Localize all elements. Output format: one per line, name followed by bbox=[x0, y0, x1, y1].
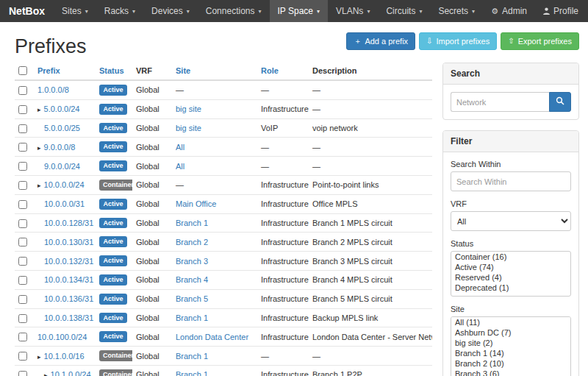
vrf-cell: Global bbox=[132, 194, 172, 213]
prefix-link[interactable]: 5.0.0.0/24 bbox=[44, 104, 80, 113]
filter-option[interactable]: All (11) bbox=[451, 317, 570, 327]
table-header-row: Prefix Status VRF Site Role Description bbox=[15, 61, 432, 80]
row-checkbox[interactable] bbox=[18, 276, 27, 285]
site-link[interactable]: London Data Center bbox=[176, 333, 248, 341]
prefix-link[interactable]: 10.1.0.0/24 bbox=[51, 370, 91, 376]
prefix-link[interactable]: 9.0.0.0/8 bbox=[44, 143, 76, 152]
prefix-link[interactable]: 10.0.0.134/31 bbox=[44, 275, 93, 284]
column-header-site[interactable]: Site bbox=[176, 66, 190, 75]
prefix-link[interactable]: 10.0.0.132/31 bbox=[44, 257, 93, 266]
row-checkbox[interactable] bbox=[18, 295, 27, 304]
column-header-role[interactable]: Role bbox=[261, 66, 279, 75]
nav-item-sites[interactable]: Sites bbox=[54, 0, 96, 22]
prefix-link[interactable]: 10.0.0.138/31 bbox=[44, 313, 93, 322]
site-link[interactable]: Main Office bbox=[176, 199, 216, 208]
select-all-checkbox[interactable] bbox=[18, 66, 27, 75]
site-link[interactable]: big site bbox=[176, 104, 201, 113]
export-prefixes-button[interactable]: ⇧ Export prefixes bbox=[501, 32, 579, 50]
table-row: 10.0.0.132/31ActiveGlobalBranch 3Infrast… bbox=[15, 252, 432, 271]
vrf-select[interactable]: All bbox=[451, 211, 571, 231]
row-checkbox[interactable] bbox=[18, 124, 27, 133]
prefix-link[interactable]: 5.0.0.0/25 bbox=[44, 124, 80, 132]
filter-option[interactable]: Deprecated (1) bbox=[451, 283, 570, 293]
row-checkbox[interactable] bbox=[18, 200, 27, 209]
prefix-link[interactable]: 10.0.0.128/31 bbox=[44, 219, 93, 227]
site-cell: Branch 2 bbox=[172, 233, 257, 252]
nav-item-circuits[interactable]: Circuits bbox=[378, 0, 430, 22]
site-link[interactable]: All bbox=[176, 143, 184, 152]
user-icon bbox=[543, 7, 550, 15]
prefix-link[interactable]: 10.0.100.0/24 bbox=[37, 333, 87, 341]
row-checkbox[interactable] bbox=[18, 238, 27, 246]
site-link[interactable]: Branch 1 bbox=[176, 313, 208, 322]
expand-arrow-icon[interactable]: ▸ bbox=[37, 353, 41, 361]
filter-option[interactable]: Container (16) bbox=[451, 252, 570, 262]
search-within-input[interactable] bbox=[451, 171, 571, 191]
import-prefixes-button[interactable]: ⇩ Import prefixes bbox=[419, 32, 497, 50]
site-link[interactable]: Branch 5 bbox=[176, 294, 208, 303]
row-checkbox[interactable] bbox=[18, 162, 27, 171]
site-link[interactable]: Branch 2 bbox=[176, 238, 208, 246]
site-link[interactable]: Branch 1 bbox=[176, 219, 208, 227]
row-checkbox[interactable] bbox=[18, 257, 27, 266]
filter-option[interactable]: big site (2) bbox=[451, 338, 570, 348]
nav-item-admin[interactable]: ⚙ Admin bbox=[483, 0, 535, 22]
table-row: 10.0.0.134/31ActiveGlobalBranch 4Infrast… bbox=[15, 271, 432, 290]
vrf-cell: Global bbox=[132, 118, 172, 138]
expand-arrow-icon[interactable]: ▸ bbox=[44, 372, 48, 376]
filter-option[interactable]: Active (74) bbox=[451, 262, 570, 272]
prefix-link[interactable]: 9.0.0.0/24 bbox=[44, 162, 80, 171]
filter-option[interactable]: Reserved (4) bbox=[451, 272, 570, 283]
prefix-link[interactable]: 10.0.0.0/31 bbox=[44, 199, 85, 208]
nav-item-ip-space[interactable]: IP Space bbox=[270, 0, 329, 22]
site-link[interactable]: All bbox=[176, 162, 184, 171]
prefix-link[interactable]: 10.0.0.136/31 bbox=[44, 294, 93, 303]
prefix-link[interactable]: 10.0.0.130/31 bbox=[44, 238, 93, 246]
nav-item-connections[interactable]: Connections bbox=[198, 0, 270, 22]
site-link[interactable]: Branch 1 bbox=[176, 352, 208, 361]
prefix-cell: 10.0.100.0/24 bbox=[34, 327, 96, 347]
expand-arrow-icon[interactable]: ▸ bbox=[37, 144, 41, 152]
nav-item-devices[interactable]: Devices bbox=[143, 0, 198, 22]
column-header-vrf: VRF bbox=[136, 66, 152, 75]
site-link[interactable]: Branch 3 bbox=[176, 257, 208, 266]
row-checkbox[interactable] bbox=[18, 352, 27, 361]
description-cell: voip network bbox=[309, 118, 432, 138]
filter-site-list[interactable]: All (11)Ashburn DC (7)big site (2)Branch… bbox=[451, 316, 571, 376]
row-checkbox[interactable] bbox=[18, 333, 27, 341]
prefix-link[interactable]: 10.1.0.0/16 bbox=[44, 352, 85, 361]
column-header-prefix[interactable]: Prefix bbox=[37, 66, 60, 75]
expand-arrow-icon[interactable]: ▸ bbox=[37, 106, 41, 113]
prefix-link[interactable]: 1.0.0.0/8 bbox=[37, 85, 69, 94]
row-checkbox[interactable] bbox=[18, 181, 27, 190]
add-prefix-button[interactable]: ＋ Add a prefix bbox=[346, 32, 415, 50]
site-link[interactable]: Branch 1 bbox=[176, 370, 208, 376]
filter-option[interactable]: Branch 3 (6) bbox=[451, 369, 570, 376]
row-checkbox[interactable] bbox=[18, 219, 27, 228]
filter-option[interactable]: Ashburn DC (7) bbox=[451, 327, 570, 338]
filter-status-list[interactable]: Container (16)Active (74)Reserved (4)Dep… bbox=[451, 251, 571, 297]
nav-item-secrets[interactable]: Secrets bbox=[430, 0, 483, 22]
search-input[interactable] bbox=[451, 92, 549, 112]
vrf-cell: Global bbox=[132, 347, 172, 366]
nav-item-vlans[interactable]: VLANs bbox=[328, 0, 378, 22]
site-cell: Branch 3 bbox=[172, 252, 257, 271]
site-link[interactable]: big site bbox=[176, 124, 201, 132]
row-checkbox[interactable] bbox=[18, 86, 27, 95]
nav-item-profile[interactable]: Profile bbox=[535, 0, 587, 22]
nav-item-racks[interactable]: Racks bbox=[96, 0, 143, 22]
column-header-status[interactable]: Status bbox=[99, 66, 124, 75]
filter-option[interactable]: Branch 1 (14) bbox=[451, 348, 570, 358]
brand-logo[interactable]: NetBox bbox=[6, 0, 54, 22]
expand-arrow-icon[interactable]: ▸ bbox=[37, 182, 41, 189]
row-checkbox[interactable] bbox=[18, 371, 27, 376]
site-link[interactable]: Branch 4 bbox=[176, 275, 208, 284]
search-button[interactable] bbox=[549, 92, 571, 112]
description-cell: Office MPLS bbox=[309, 194, 432, 213]
filter-option[interactable]: Branch 2 (10) bbox=[451, 358, 570, 369]
prefix-link[interactable]: 10.0.0.0/24 bbox=[44, 180, 85, 189]
row-checkbox[interactable] bbox=[18, 143, 27, 152]
row-checkbox[interactable] bbox=[18, 314, 27, 323]
row-checkbox[interactable] bbox=[18, 105, 27, 114]
site-cell: All bbox=[172, 157, 257, 176]
